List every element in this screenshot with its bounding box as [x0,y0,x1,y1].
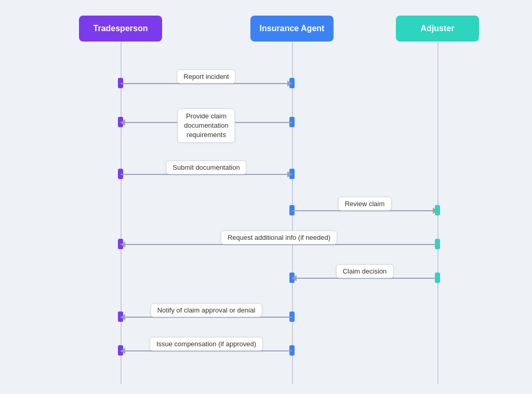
arrow-msg5 [121,241,125,248]
arrow-msg4 [433,208,437,214]
message-label-msg4: Review claim [338,197,392,211]
arrow-msg3 [287,171,292,178]
sequence-diagram: TradespersonInsurance AgentAdjusterRepor… [17,10,515,384]
actor-header-insurance_agent: Insurance Agent [250,16,334,42]
message-label-msg6: Claim decision [336,264,394,278]
message-label-msg8: Issue compensation (if approved) [150,337,263,351]
actor-header-tradesperson: Tradesperson [79,16,162,42]
message-label-msg5: Request additional info (if needed) [221,230,337,244]
arrow-msg6 [292,275,297,281]
message-label-msg3: Submit documentation [166,160,246,174]
message-label-msg2: Provide claimdocumentationrequirements [177,108,235,143]
actor-header-adjuster: Adjuster [396,16,479,42]
arrow-msg8 [121,348,125,354]
message-label-msg7: Notify of claim approval or denial [151,303,262,317]
lifeline-tradesperson [121,42,122,384]
arrow-msg2 [121,119,125,126]
arrow-msg7 [121,314,125,320]
message-label-msg1: Report incident [177,70,235,84]
arrow-msg1 [287,80,292,87]
